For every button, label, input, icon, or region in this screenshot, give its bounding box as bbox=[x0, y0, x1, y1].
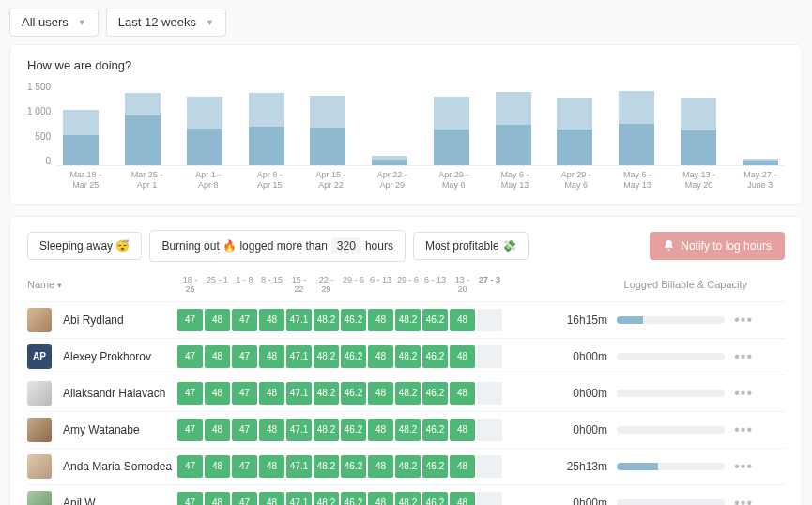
hours-cell[interactable]: 48.2 bbox=[314, 455, 339, 478]
hours-cell[interactable]: 48 bbox=[259, 419, 284, 441]
hours-cell[interactable]: 48 bbox=[259, 345, 284, 368]
row-actions-menu[interactable]: ••• bbox=[725, 495, 757, 505]
hours-cell[interactable]: 48 bbox=[259, 455, 284, 478]
row-actions-menu[interactable]: ••• bbox=[725, 421, 757, 438]
burning-chip-pre: Burning out 🔥 logged more than bbox=[161, 239, 327, 252]
hours-cell[interactable]: 46.2 bbox=[422, 345, 448, 368]
hours-cell[interactable]: 48 bbox=[450, 345, 475, 368]
hours-cell[interactable]: 47 bbox=[177, 455, 203, 478]
hours-cell[interactable]: 48.2 bbox=[395, 382, 421, 405]
user-name[interactable]: Alexey Prokhorov bbox=[63, 350, 151, 363]
week-header: 13 - 20 bbox=[450, 275, 475, 294]
hours-cell[interactable]: 48.2 bbox=[314, 382, 339, 405]
hours-cell[interactable]: 46.2 bbox=[341, 455, 366, 478]
hours-cell[interactable]: 48.2 bbox=[395, 492, 421, 505]
hours-cell[interactable]: 47 bbox=[232, 419, 257, 441]
hours-cell[interactable]: 48.2 bbox=[395, 309, 421, 331]
hours-cell[interactable]: 47 bbox=[232, 309, 257, 331]
hours-cell[interactable]: 48.2 bbox=[395, 345, 421, 368]
avatar bbox=[27, 308, 52, 332]
hours-cell[interactable]: 48 bbox=[205, 345, 230, 368]
hours-cell[interactable]: 47.1 bbox=[286, 309, 312, 331]
row-actions-menu[interactable]: ••• bbox=[725, 385, 757, 402]
hours-cell[interactable]: 47.1 bbox=[286, 419, 312, 441]
hours-cell[interactable]: 48 bbox=[205, 455, 230, 478]
hours-cell[interactable]: 48 bbox=[368, 382, 393, 405]
user-name[interactable]: Aliaksandr Halavach bbox=[63, 387, 165, 400]
hours-cell[interactable]: 46.2 bbox=[422, 419, 448, 441]
hours-cell[interactable]: 47 bbox=[177, 492, 203, 505]
burning-chip[interactable]: Burning out 🔥 logged more than 320 hours bbox=[149, 230, 406, 262]
hours-cell[interactable]: 48.2 bbox=[314, 345, 339, 368]
week-cells: 4748474847.148.246.24848.246.248 bbox=[177, 345, 523, 368]
user-name[interactable]: Anil W bbox=[63, 497, 96, 505]
hours-cell[interactable]: 46.2 bbox=[341, 309, 366, 331]
avatar bbox=[27, 454, 52, 479]
hours-cell[interactable]: 48 bbox=[368, 419, 393, 441]
hours-cell[interactable]: 46.2 bbox=[422, 492, 448, 505]
hours-cell[interactable]: 48.2 bbox=[314, 419, 339, 441]
hours-cell[interactable]: 48 bbox=[368, 492, 393, 505]
hours-cell[interactable] bbox=[477, 309, 502, 331]
user-name[interactable]: Amy Watanabe bbox=[63, 423, 140, 436]
hours-cell[interactable]: 48 bbox=[205, 309, 230, 331]
hours-cell[interactable]: 46.2 bbox=[422, 382, 448, 405]
hours-cell[interactable]: 46.2 bbox=[341, 492, 366, 505]
range-dropdown[interactable]: Last 12 weeks ▼ bbox=[106, 8, 226, 37]
row-actions-menu[interactable]: ••• bbox=[725, 458, 757, 475]
hours-cell[interactable]: 48.2 bbox=[395, 419, 421, 441]
row-actions-menu[interactable]: ••• bbox=[725, 348, 757, 365]
hours-cell[interactable]: 48.2 bbox=[314, 492, 339, 505]
hours-cell[interactable]: 47.1 bbox=[286, 492, 312, 505]
week-header: 15 - 22 bbox=[286, 275, 312, 294]
hours-cell[interactable]: 48.2 bbox=[314, 309, 339, 331]
hours-cell[interactable]: 47 bbox=[177, 345, 203, 368]
hours-cell[interactable]: 47 bbox=[232, 455, 257, 478]
hours-cell[interactable] bbox=[477, 492, 502, 505]
sleeping-chip[interactable]: Sleeping away 😴 bbox=[27, 232, 142, 260]
hours-cell[interactable]: 48 bbox=[450, 309, 475, 331]
hours-cell[interactable]: 48 bbox=[368, 345, 393, 368]
hours-cell[interactable]: 48 bbox=[259, 382, 284, 405]
hours-cell[interactable]: 47.1 bbox=[286, 455, 312, 478]
hours-cell[interactable]: 46.2 bbox=[422, 455, 448, 478]
bell-icon bbox=[663, 239, 675, 252]
hours-cell[interactable]: 48 bbox=[450, 455, 475, 478]
users-dropdown[interactable]: All users ▼ bbox=[9, 8, 99, 37]
notify-button[interactable]: Notify to log hours bbox=[650, 232, 785, 260]
hours-cell[interactable]: 46.2 bbox=[341, 419, 366, 441]
hours-cell[interactable]: 46.2 bbox=[422, 309, 448, 331]
hours-cell[interactable]: 47.1 bbox=[286, 345, 312, 368]
hours-cell[interactable]: 47 bbox=[232, 345, 257, 368]
hours-cell[interactable]: 47 bbox=[177, 382, 203, 405]
hours-cell[interactable]: 48 bbox=[205, 419, 230, 441]
hours-cell[interactable]: 48 bbox=[368, 309, 393, 331]
hours-cell[interactable] bbox=[477, 382, 502, 405]
hours-cell[interactable]: 47 bbox=[232, 382, 257, 405]
row-actions-menu[interactable]: ••• bbox=[725, 312, 757, 329]
hours-cell[interactable] bbox=[477, 455, 502, 478]
hours-cell[interactable]: 48.2 bbox=[395, 455, 421, 478]
hours-cell[interactable]: 47 bbox=[177, 309, 203, 331]
week-cells: 4748474847.148.246.24848.246.248 bbox=[177, 309, 523, 331]
hours-cell[interactable]: 48 bbox=[450, 382, 475, 405]
hours-cell[interactable]: 48 bbox=[368, 455, 393, 478]
col-name-header[interactable]: Name ▾ bbox=[27, 279, 177, 290]
user-name[interactable]: Abi Rydland bbox=[63, 314, 124, 327]
hours-cell[interactable]: 48 bbox=[259, 309, 284, 331]
hours-cell[interactable]: 48 bbox=[205, 382, 230, 405]
hours-cell[interactable]: 48 bbox=[450, 419, 475, 441]
hours-cell[interactable]: 48 bbox=[259, 492, 284, 505]
y-tick: 1 500 bbox=[27, 82, 51, 92]
hours-cell[interactable] bbox=[477, 345, 502, 368]
hours-cell[interactable]: 47.1 bbox=[286, 382, 312, 405]
profitable-chip[interactable]: Most profitable 💸 bbox=[413, 232, 529, 260]
user-name[interactable]: Anda Maria Somodea bbox=[63, 460, 172, 473]
hours-cell[interactable]: 48 bbox=[450, 492, 475, 505]
hours-cell[interactable]: 46.2 bbox=[341, 345, 366, 368]
hours-cell[interactable]: 46.2 bbox=[341, 382, 366, 405]
hours-cell[interactable]: 48 bbox=[205, 492, 230, 505]
hours-cell[interactable]: 47 bbox=[177, 419, 203, 441]
hours-cell[interactable]: 47 bbox=[232, 492, 257, 505]
hours-cell[interactable] bbox=[477, 419, 502, 441]
